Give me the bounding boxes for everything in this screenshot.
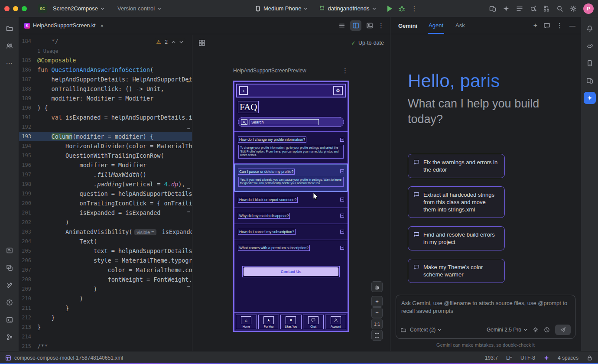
more-run-options-button[interactable]: ⋮ [411,5,418,13]
gemini-prompt-input[interactable]: Ask Gemini, use @filename to attach sour… [396,295,575,339]
zoom-in-button[interactable]: + [371,296,383,307]
code-view-button[interactable] [336,20,348,31]
hide-panel-icon[interactable]: — [569,22,575,29]
pull-request-icon[interactable] [543,5,550,12]
zoom-to-fit-button[interactable] [371,330,383,341]
code-line[interactable]: 203 AnimatedVisibility(visible = isExpan… [19,227,192,237]
project-selector[interactable]: Screen2Compose [49,3,108,13]
next-problem-icon[interactable] [179,41,183,43]
code-line[interactable]: 193 Column(modifier = modifier) { [19,132,192,141]
phone-preview[interactable]: ‹ ⚙ FAQ Search How do I change my profil… [233,81,349,332]
code-line[interactable]: 189 modifier: Modifier = Modifier [19,94,192,103]
code-line[interactable]: 204 Text( [19,237,192,246]
code-line[interactable]: 206 style = MaterialTheme.typogr [19,256,192,265]
pan-tool-button[interactable] [371,281,383,292]
structure-toolbar-icon[interactable] [516,5,523,12]
inspection-widget[interactable]: ⚠ 2 [154,38,186,46]
vcs-selector[interactable]: Version control [114,3,165,13]
code-line[interactable]: 202 ) [19,218,192,227]
prompt-history-icon[interactable] [544,327,550,333]
code-line[interactable]: 213} [19,322,192,332]
gemini-settings-icon[interactable] [533,327,539,333]
code-line[interactable]: 191 val isExpanded = helpAndSupportDetai… [19,113,192,122]
logcat-tool-button[interactable] [3,244,16,257]
indent-setting[interactable]: 4 spaces [558,355,578,361]
build-insights-icon[interactable] [530,5,536,12]
problems-tool-button[interactable] [3,296,16,309]
code-line[interactable]: 1 Usage [19,46,192,55]
code-line[interactable]: 205 text = helpAndSupportDetails [19,246,192,256]
file-encoding[interactable]: UTF-8 [520,355,535,361]
code-line[interactable]: 185@Composable [19,55,192,65]
settings-gear-icon[interactable] [570,5,577,12]
caret-position[interactable]: 193:7 [485,355,498,361]
editor-tab[interactable]: K HelpAndSupportScreen.kt × [19,17,109,34]
suggestion-card[interactable]: Find and resolve build errors in my proj… [408,226,505,250]
code-line[interactable]: 195 QuestionWithTrailingIconRow( [19,151,192,160]
gradle-tool-button[interactable] [584,40,596,52]
search-icon[interactable] [556,5,563,12]
running-devices-tool-button[interactable] [584,57,596,69]
code-line[interactable]: 211 } [19,303,192,313]
zoom-out-button[interactable]: − [371,307,383,318]
attach-context-icon[interactable] [400,327,406,333]
zoom-actual-size-button[interactable]: 1:1 [371,318,383,329]
suggestion-card[interactable]: Make my Theme's color scheme warmer [408,259,505,283]
code-line[interactable]: 207 color = MaterialTheme.co [19,265,192,275]
line-separator[interactable]: LF [506,355,512,361]
window-controls[interactable] [4,6,27,11]
code-line[interactable]: 200 onTrailingIconClick = { onTraili [19,198,192,208]
gemini-tool-button[interactable] [584,92,596,104]
code-line[interactable]: 210 ) [19,294,192,303]
code-line[interactable]: 187 helpAndSupportDetails: HelpAndSuppor… [19,75,192,84]
model-selector[interactable]: Gemini 2.5 Pro [487,327,527,333]
maximize-window-button[interactable] [22,6,27,11]
code-line[interactable]: 208 fontWeight = FontWeight. [19,275,192,284]
editor-options-button[interactable]: ⋮ [378,22,385,29]
run-button[interactable] [387,6,392,12]
tab-ask[interactable]: Ask [455,17,466,34]
profile-avatar[interactable]: P [583,3,594,14]
code-line[interactable]: 212 } [19,313,192,322]
gemini-options-button[interactable]: ⋮ [556,22,563,29]
preview-options-button[interactable]: ⋮ [342,67,349,75]
close-tab-icon[interactable]: × [101,23,104,29]
device-mirroring-icon[interactable] [489,5,496,12]
tab-agent[interactable]: Agent [428,17,444,34]
code-line[interactable]: 201 isExpanded = isExpanded [19,208,192,218]
code-line[interactable]: 214 [19,332,192,341]
design-view-button[interactable] [364,20,375,31]
notifications-bell-button[interactable] [584,23,596,35]
code-line[interactable]: 186fun QuestionAndAnswerInfoSection( [19,65,192,75]
minimize-window-button[interactable] [13,6,18,11]
debug-button[interactable] [398,5,405,12]
ai-spark-icon[interactable] [543,355,549,361]
code-line[interactable]: 197 .fillMaxWidth() [19,170,192,179]
code-line[interactable]: 199 question = helpAndSupportDetails [19,189,192,198]
code-line[interactable]: 188 onTrailingIconClick: () -> Unit, [19,84,192,94]
code-line[interactable]: 215/** [19,341,192,351]
code-line[interactable]: 196 modifier = Modifier [19,160,192,170]
device-selector[interactable]: Medium Phone [251,3,311,13]
context-selector[interactable]: Context (2) [410,327,442,333]
suggestion-card[interactable]: Extract all hardcoded strings from this … [408,186,505,218]
code-line[interactable]: 209 ) [19,284,192,294]
device-manager-tool-button[interactable] [584,75,596,87]
code-editor[interactable]: 184 */1 Usage185@Composable186fun Questi… [19,35,192,351]
close-window-button[interactable] [4,6,10,11]
code-line[interactable]: 190) { [19,103,192,113]
code-line[interactable]: 192 [19,122,192,132]
build-tool-button[interactable] [3,279,16,291]
code-line[interactable]: 198 .padding(vertical = 4.dp), [19,179,192,189]
terminal-tool-button[interactable] [3,314,16,326]
split-view-button[interactable] [350,20,361,31]
gemini-toolbar-icon[interactable] [503,5,510,12]
code-line[interactable]: 194 HorizontalDivider(color = MaterialTh [19,141,192,151]
more-tools-button[interactable]: ⋯ [3,57,16,69]
resource-manager-tool-button[interactable] [3,262,16,274]
new-chat-icon[interactable]: + [533,22,537,29]
chat-history-icon[interactable] [543,22,550,29]
preview-canvas[interactable]: HelpAndSupportScreenPreview ⋮ ‹ ⚙ FAQ Se… [192,51,390,351]
team-tool-button[interactable] [3,40,16,52]
send-prompt-button[interactable] [555,325,571,335]
